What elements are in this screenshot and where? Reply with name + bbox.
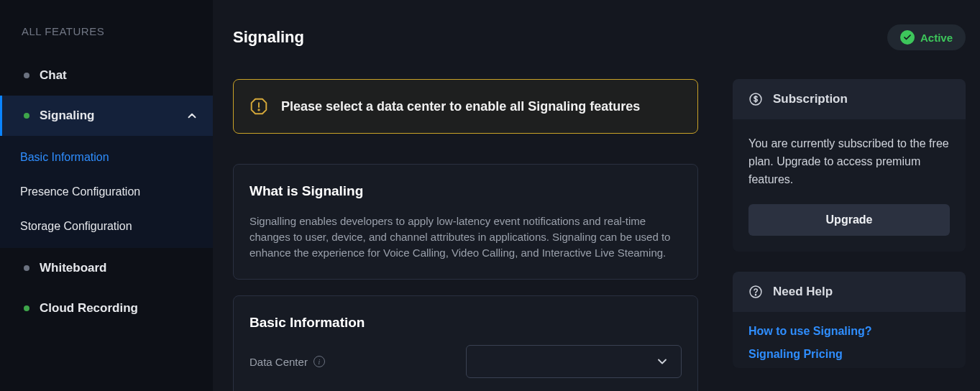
panel-header: Subscription — [733, 79, 966, 119]
info-icon[interactable]: i — [313, 356, 325, 367]
sidebar-sub-storage-configuration[interactable]: Storage Configuration — [0, 209, 213, 244]
page-title: Signaling — [233, 28, 304, 47]
sidebar: ALL FEATURES Chat Signaling Basic Inform… — [0, 0, 213, 391]
sidebar-sublist: Basic Information Presence Configuration… — [0, 136, 213, 248]
subscription-text: You are currently subscribed to the free… — [748, 135, 950, 188]
data-center-select[interactable] — [466, 345, 682, 378]
sidebar-item-label: Whiteboard — [40, 261, 198, 275]
check-circle-icon — [900, 30, 915, 45]
sidebar-sub-presence-configuration[interactable]: Presence Configuration — [0, 175, 213, 209]
sidebar-item-label: Chat — [40, 68, 198, 83]
content-column: Please select a data center to enable al… — [233, 79, 698, 391]
status-badge: Active — [887, 24, 966, 50]
panel-body: You are currently subscribed to the free… — [733, 119, 966, 252]
sidebar-item-cloud-recording[interactable]: Cloud Recording — [0, 288, 213, 328]
help-link-how-to-use[interactable]: How to use Signaling? — [748, 325, 950, 338]
sidebar-sub-basic-information[interactable]: Basic Information — [0, 140, 213, 175]
sidebar-item-whiteboard[interactable]: Whiteboard — [0, 248, 213, 288]
status-label: Active — [920, 32, 953, 44]
status-dot-icon — [24, 265, 29, 271]
status-dot-icon — [24, 73, 29, 78]
chevron-up-icon — [186, 109, 198, 122]
sidebar-header: ALL FEATURES — [0, 0, 213, 55]
what-is-card: What is Signaling Signalling enables dev… — [233, 164, 698, 280]
need-help-panel: Need Help How to use Signaling? Signalin… — [733, 272, 966, 368]
data-center-field: Data Center i — [249, 345, 682, 378]
right-column: Subscription You are currently subscribe… — [733, 79, 966, 391]
sidebar-item-chat[interactable]: Chat — [0, 55, 213, 96]
status-dot-icon — [24, 305, 29, 311]
help-link-pricing[interactable]: Signaling Pricing — [748, 348, 950, 361]
help-icon — [748, 285, 763, 299]
dollar-icon — [748, 92, 763, 106]
status-dot-icon — [24, 113, 29, 119]
sidebar-item-label: Signaling — [40, 109, 186, 123]
svg-point-2 — [258, 109, 259, 110]
main-area: Signaling Active — [213, 0, 980, 391]
panel-header: Need Help — [733, 272, 966, 312]
sidebar-item-signaling[interactable]: Signaling — [0, 96, 213, 136]
chevron-down-icon — [655, 354, 669, 369]
subscription-panel: Subscription You are currently subscribe… — [733, 79, 966, 252]
panel-title: Need Help — [773, 285, 833, 299]
alert-message: Please select a data center to enable al… — [281, 99, 640, 114]
basic-information-card: Basic Information Data Center i — [233, 295, 698, 391]
card-title: What is Signaling — [249, 183, 682, 199]
page-header: Signaling Active — [233, 24, 966, 50]
panel-title: Subscription — [773, 92, 848, 106]
svg-point-5 — [755, 295, 756, 295]
field-label-text: Data Center — [249, 356, 308, 368]
upgrade-button[interactable]: Upgrade — [748, 204, 950, 236]
card-title: Basic Information — [249, 315, 682, 331]
help-links: How to use Signaling? Signaling Pricing — [733, 312, 966, 368]
warning-alert: Please select a data center to enable al… — [233, 79, 698, 134]
warning-icon — [249, 97, 268, 116]
field-label: Data Center i — [249, 356, 452, 368]
sidebar-item-label: Cloud Recording — [40, 301, 198, 316]
card-body: Signalling enables developers to apply l… — [249, 213, 682, 260]
